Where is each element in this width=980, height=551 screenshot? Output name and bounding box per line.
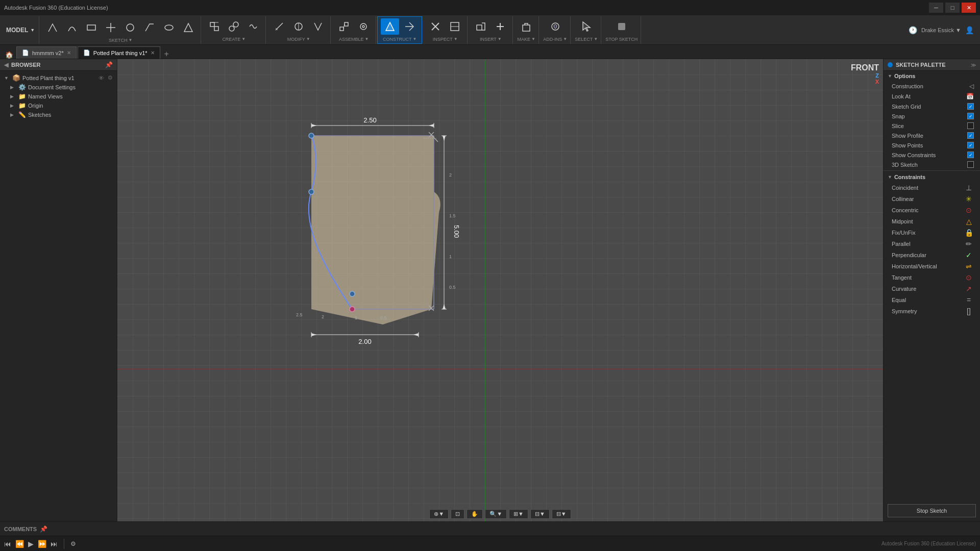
canvas-select-btn[interactable]: ⊕▼ xyxy=(429,509,449,519)
sketch-btn-6[interactable] xyxy=(140,19,159,36)
create-btn-2[interactable] xyxy=(225,18,243,35)
constraint-horizontalvertical[interactable]: Horizontal/Vertical ⇌ xyxy=(884,261,980,272)
inspect-btn-1[interactable] xyxy=(426,18,445,35)
constraint-parallel[interactable]: Parallel ✏ xyxy=(884,238,980,249)
addins-btn-1[interactable] xyxy=(546,18,565,35)
tree-icon-namedviews: 📁 xyxy=(18,93,26,100)
canvas-view2-btn[interactable]: ⊟▼ xyxy=(530,509,550,519)
inspect-label: INSPECT xyxy=(433,37,453,42)
stop-sketch-toolbar-btn[interactable] xyxy=(612,18,631,35)
tree-item-origin[interactable]: ▶ 📁 Origin xyxy=(0,101,117,110)
tab-add-button[interactable]: + xyxy=(161,49,172,59)
tab-potted[interactable]: 📄 Potted Plant thing v1* ✕ xyxy=(78,46,160,59)
option-showconstraints[interactable]: Show Constraints ✓ xyxy=(884,150,980,160)
insert-btn-1[interactable] xyxy=(472,18,490,35)
palette-expand-icon[interactable]: ≫ xyxy=(971,62,976,68)
close-button[interactable]: ✕ xyxy=(962,3,976,13)
canvas-pan-btn[interactable]: ✋ xyxy=(467,509,483,519)
playback-next-button[interactable]: ⏩ xyxy=(38,540,46,548)
tree-label-origin: Origin xyxy=(28,103,113,109)
inspect-btn-2[interactable] xyxy=(446,18,464,35)
sketch-btn-3[interactable] xyxy=(82,19,101,36)
canvas-view1-btn[interactable]: ⊞▼ xyxy=(509,509,528,519)
playback-last-button[interactable]: ⏭ xyxy=(51,540,58,548)
modify-btn-3[interactable] xyxy=(309,18,327,35)
model-dropdown[interactable]: MODEL ▼ xyxy=(2,16,39,44)
stop-sketch-palette-button[interactable]: Stop Sketch xyxy=(888,504,976,517)
constraint-midpoint[interactable]: Midpoint △ xyxy=(884,216,980,227)
sketch-btn-7[interactable] xyxy=(160,19,178,36)
option-slice[interactable]: Slice xyxy=(884,121,980,131)
tab-icon-potted: 📄 xyxy=(83,49,90,56)
showpoints-checkbox[interactable]: ✓ xyxy=(967,142,974,148)
assemble-btn-1[interactable] xyxy=(335,18,353,35)
make-btn-1[interactable] xyxy=(517,18,535,35)
tree-item-namedviews[interactable]: ▶ 📁 Named Views xyxy=(0,92,117,101)
slice-checkbox[interactable] xyxy=(967,122,974,129)
create-btn-1[interactable] xyxy=(205,18,224,35)
option-snap[interactable]: Snap ✓ xyxy=(884,111,980,121)
canvas-view3-btn[interactable]: ⊟▼ xyxy=(552,509,571,519)
constraint-equal[interactable]: Equal = xyxy=(884,294,980,306)
option-showprofile[interactable]: Show Profile ✓ xyxy=(884,131,980,140)
option-3dsketch[interactable]: 3D Sketch xyxy=(884,160,980,169)
tree-item-root[interactable]: ▼ 📦 Potted Plant thing v1 👁 ⚙ xyxy=(0,73,117,83)
sketchgrid-checkbox[interactable]: ✓ xyxy=(967,103,974,110)
select-btn-1[interactable] xyxy=(577,18,596,35)
minimize-button[interactable]: ─ xyxy=(929,3,943,13)
sketch-btn-1[interactable] xyxy=(43,19,62,36)
sketch-btn-5[interactable] xyxy=(121,19,139,36)
constraint-fixunfix[interactable]: Fix/UnFix 🔒 xyxy=(884,227,980,238)
option-lookat[interactable]: Look At 📅 xyxy=(884,91,980,102)
playback-first-button[interactable]: ⏮ xyxy=(4,540,11,548)
assemble-btn-2[interactable] xyxy=(354,18,373,35)
option-construction[interactable]: Construction ◁ xyxy=(884,81,980,91)
canvas[interactable]: FRONT Z X 2.50 xyxy=(117,59,883,521)
tree-item-sketches[interactable]: ▶ ✏️ Sketches xyxy=(0,110,117,119)
create-btn-3[interactable] xyxy=(244,18,262,35)
snap-checkbox[interactable]: ✓ xyxy=(967,113,974,119)
constraint-symmetry[interactable]: Symmetry [] xyxy=(884,306,980,317)
model-label: MODEL xyxy=(6,27,28,34)
constraint-curvature[interactable]: Curvature ↗ xyxy=(884,283,980,294)
option-sketchgrid[interactable]: Sketch Grid ✓ xyxy=(884,102,980,111)
constraints-section-header[interactable]: ▼ Constraints xyxy=(884,172,980,182)
maximize-button[interactable]: □ xyxy=(945,3,960,13)
svg-point-17 xyxy=(362,26,364,28)
options-section-header[interactable]: ▼ Options xyxy=(884,71,980,81)
playback-prev-button[interactable]: ⏪ xyxy=(15,540,24,548)
constraint-coincident[interactable]: Coincident ⊥ xyxy=(884,182,980,193)
showconstraints-checkbox[interactable]: ✓ xyxy=(967,152,974,158)
comments-pin-icon[interactable]: 📌 xyxy=(40,525,47,533)
3dsketch-checkbox[interactable] xyxy=(967,161,974,168)
user-avatar-icon[interactable]: 👤 xyxy=(965,26,974,34)
sketch-btn-8[interactable] xyxy=(179,19,198,36)
constraint-perpendicular[interactable]: Perpendicular ✓ xyxy=(884,249,980,261)
constraint-tangent[interactable]: Tangent ⊙ xyxy=(884,272,980,283)
constraint-collinear[interactable]: Collinear ✳ xyxy=(884,193,980,205)
playback-play-button[interactable]: ▶ xyxy=(28,540,34,548)
sidebar-back-icon[interactable]: ◀ xyxy=(4,62,8,68)
construct-btn-2[interactable] xyxy=(400,18,419,35)
construction-icon: ◁ xyxy=(969,83,974,90)
showprofile-checkbox[interactable]: ✓ xyxy=(967,132,974,139)
modify-btn-2[interactable] xyxy=(289,18,308,35)
tree-item-docsettings[interactable]: ▶ ⚙️ Document Settings xyxy=(0,83,117,92)
tree-eye-icon[interactable]: 👁 xyxy=(99,75,104,81)
modify-btn-1[interactable] xyxy=(270,18,288,35)
option-showpoints[interactable]: Show Points ✓ xyxy=(884,140,980,150)
perpendicular-label: Perpendicular xyxy=(892,252,964,258)
tree-gear-icon[interactable]: ⚙ xyxy=(108,74,113,81)
insert-btn-2[interactable] xyxy=(491,18,509,35)
canvas-fit-btn[interactable]: ⊡ xyxy=(451,509,464,519)
playback-settings-button[interactable]: ⚙ xyxy=(70,540,76,547)
construct-btn-1[interactable] xyxy=(381,18,399,35)
tab-close-hmmmm[interactable]: ✕ xyxy=(67,50,71,56)
constraint-concentric[interactable]: Concentric ⊙ xyxy=(884,205,980,216)
tab-close-potted[interactable]: ✕ xyxy=(151,50,155,56)
tab-hmmmm[interactable]: 📄 hmmmm v2* ✕ xyxy=(16,46,77,59)
canvas-zoom-btn[interactable]: 🔍▼ xyxy=(485,509,507,519)
sidebar-pin-icon[interactable]: 📌 xyxy=(105,61,113,68)
sketch-btn-2[interactable] xyxy=(63,19,81,36)
sketch-btn-4[interactable] xyxy=(102,19,120,36)
